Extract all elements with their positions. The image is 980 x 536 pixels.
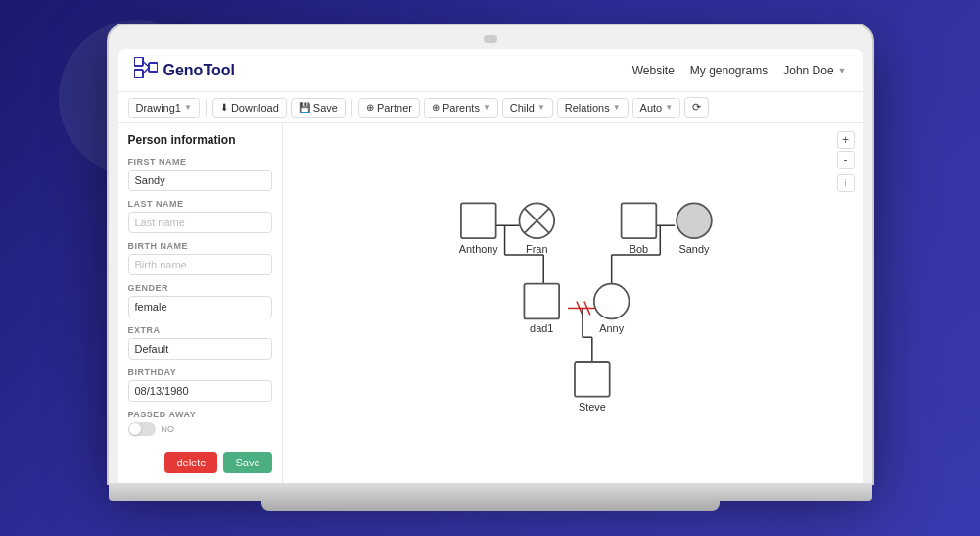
relations-chevron-icon: ▼ bbox=[613, 103, 621, 112]
birth-name-label: BIRTH NAME bbox=[128, 241, 272, 251]
parents-icon: ⊕ bbox=[432, 102, 440, 113]
info-button[interactable]: i bbox=[837, 174, 855, 192]
toolbar-separator bbox=[206, 100, 207, 116]
extra-select[interactable]: Default bbox=[128, 338, 272, 360]
passed-away-toggle-row: NO bbox=[128, 422, 272, 436]
birthday-label: BIRTHDAY bbox=[128, 367, 272, 377]
birth-name-input[interactable] bbox=[128, 254, 272, 275]
auto-button[interactable]: Auto ▼ bbox=[632, 98, 681, 118]
screen-inner: GenoTool Website My genograms John Doe ▼ bbox=[118, 49, 863, 483]
last-name-label: LAST NAME bbox=[128, 199, 272, 209]
svg-text:Anny: Anny bbox=[599, 322, 624, 334]
nav-website[interactable]: Website bbox=[632, 64, 675, 77]
first-name-label: FIRST NAME bbox=[128, 157, 272, 167]
user-menu[interactable]: John Doe ▼ bbox=[783, 64, 846, 77]
svg-text:Anthony: Anthony bbox=[458, 243, 498, 255]
svg-rect-2 bbox=[149, 63, 158, 72]
laptop-frame: GenoTool Website My genograms John Doe ▼ bbox=[109, 25, 872, 511]
logo: GenoTool bbox=[134, 57, 235, 83]
svg-text:Steve: Steve bbox=[578, 401, 605, 413]
save-person-button[interactable]: Save bbox=[223, 452, 271, 473]
drawing-chevron-icon: ▼ bbox=[184, 103, 192, 112]
svg-point-27 bbox=[677, 203, 712, 238]
svg-text:dad1: dad1 bbox=[530, 322, 553, 334]
logo-text: GenoTool bbox=[163, 62, 235, 79]
svg-rect-29 bbox=[524, 284, 559, 319]
main-layout: Person information FIRST NAME LAST NAME … bbox=[118, 123, 863, 483]
logo-icon bbox=[134, 57, 158, 83]
app-header: GenoTool Website My genograms John Doe ▼ bbox=[118, 49, 863, 92]
relations-button[interactable]: Relations ▼ bbox=[557, 98, 629, 118]
reset-icon: ⟳ bbox=[692, 101, 701, 114]
header-nav: Website My genograms John Doe ▼ bbox=[632, 64, 847, 77]
user-name: John Doe bbox=[783, 64, 833, 77]
app-container: GenoTool Website My genograms John Doe ▼ bbox=[118, 49, 863, 483]
download-icon: ⬇ bbox=[220, 102, 228, 113]
panel-title: Person information bbox=[128, 133, 272, 147]
passed-away-toggle[interactable] bbox=[128, 422, 156, 436]
svg-rect-1 bbox=[134, 70, 143, 78]
partner-button[interactable]: ⊕ Partner bbox=[358, 98, 420, 118]
parents-chevron-icon: ▼ bbox=[483, 103, 490, 112]
parents-button[interactable]: ⊕ Parents ▼ bbox=[424, 98, 498, 118]
last-name-input[interactable] bbox=[128, 212, 272, 233]
toggle-off-label: NO bbox=[162, 424, 175, 434]
child-button[interactable]: Child ▼ bbox=[502, 98, 553, 118]
toolbar-separator-2 bbox=[351, 100, 352, 116]
child-chevron-icon: ▼ bbox=[537, 103, 545, 112]
toolbar: Drawing1 ▼ ⬇ Download 💾 Save ⊕ bbox=[118, 92, 863, 123]
action-buttons: delete Save bbox=[128, 452, 272, 473]
svg-point-31 bbox=[593, 284, 629, 319]
drawing-dropdown[interactable]: Drawing1 ▼ bbox=[128, 98, 200, 118]
person-info-panel: Person information FIRST NAME LAST NAME … bbox=[118, 123, 283, 483]
user-chevron-icon: ▼ bbox=[838, 66, 847, 75]
nav-my-genograms[interactable]: My genograms bbox=[690, 64, 768, 77]
canvas-controls: + - i bbox=[837, 131, 855, 192]
gender-select[interactable]: female male bbox=[128, 296, 272, 317]
extra-label: EXTRA bbox=[128, 325, 272, 335]
genogram-svg: Anthony Fran Bob Sandy bbox=[283, 123, 863, 483]
save-icon: 💾 bbox=[299, 102, 310, 113]
first-name-input[interactable] bbox=[128, 170, 272, 191]
save-button[interactable]: 💾 Save bbox=[291, 98, 346, 118]
laptop-base bbox=[109, 483, 872, 501]
svg-text:Fran: Fran bbox=[526, 243, 547, 255]
zoom-in-button[interactable]: + bbox=[837, 131, 855, 149]
laptop-stand bbox=[261, 501, 720, 511]
auto-chevron-icon: ▼ bbox=[665, 103, 673, 112]
laptop-screen: GenoTool Website My genograms John Doe ▼ bbox=[109, 25, 872, 483]
toggle-knob bbox=[129, 423, 141, 435]
svg-rect-0 bbox=[134, 57, 143, 66]
delete-button[interactable]: delete bbox=[164, 452, 217, 473]
svg-text:Bob: Bob bbox=[629, 243, 647, 255]
svg-rect-25 bbox=[621, 203, 656, 238]
svg-rect-33 bbox=[574, 362, 609, 397]
svg-rect-19 bbox=[460, 203, 495, 238]
zoom-out-button[interactable]: - bbox=[837, 151, 855, 169]
gender-label: GENDER bbox=[128, 283, 272, 293]
svg-text:Sandy: Sandy bbox=[678, 243, 709, 255]
birthday-input[interactable] bbox=[128, 380, 272, 402]
partner-icon: ⊕ bbox=[366, 102, 374, 113]
reset-button[interactable]: ⟳ bbox=[684, 97, 709, 118]
genogram-canvas[interactable]: Anthony Fran Bob Sandy bbox=[283, 123, 863, 483]
download-button[interactable]: ⬇ Download bbox=[212, 98, 287, 118]
screen-notch bbox=[484, 35, 497, 43]
passed-away-label: PASSED AWAY bbox=[128, 410, 272, 419]
